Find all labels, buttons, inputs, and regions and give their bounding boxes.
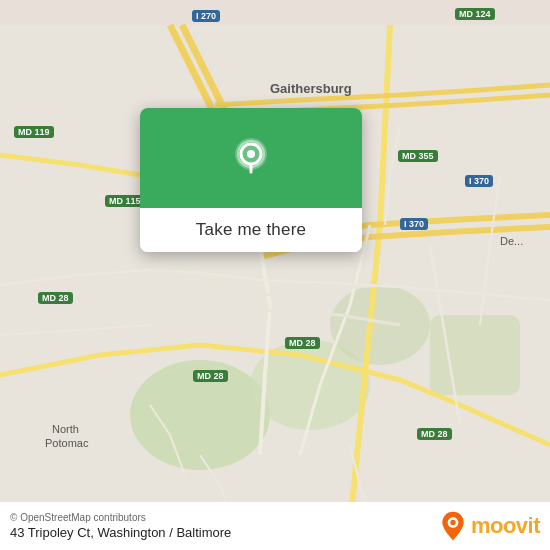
moovit-logo: moovit bbox=[439, 510, 540, 542]
moovit-pin-icon bbox=[439, 510, 467, 542]
address-text: 43 Tripoley Ct, Washington / Baltimore bbox=[10, 525, 231, 540]
svg-text:Gaithersburg: Gaithersburg bbox=[270, 81, 352, 96]
svg-point-11 bbox=[247, 150, 255, 158]
badge-i370-right: I 370 bbox=[465, 175, 493, 187]
badge-md28-right: MD 28 bbox=[417, 428, 452, 440]
badge-md28-center: MD 28 bbox=[285, 337, 320, 349]
map-container: Gaithersburg North Potomac De... I 270 M… bbox=[0, 0, 550, 550]
badge-md119: MD 119 bbox=[14, 126, 54, 138]
svg-point-3 bbox=[330, 285, 430, 365]
svg-point-14 bbox=[450, 520, 455, 525]
map-background: Gaithersburg North Potomac De... bbox=[0, 0, 550, 550]
popup-card: Take me there bbox=[140, 108, 362, 252]
bottom-bar: © OpenStreetMap contributors 43 Tripoley… bbox=[0, 502, 550, 550]
badge-md124: MD 124 bbox=[455, 8, 495, 20]
copyright-text: © OpenStreetMap contributors bbox=[10, 512, 231, 523]
badge-md355: MD 355 bbox=[398, 150, 438, 162]
moovit-text-label: moovit bbox=[471, 513, 540, 539]
svg-text:Potomac: Potomac bbox=[45, 437, 89, 449]
take-me-there-button[interactable]: Take me there bbox=[140, 208, 362, 252]
svg-text:North: North bbox=[52, 423, 79, 435]
location-pin-icon bbox=[227, 134, 275, 182]
bottom-info: © OpenStreetMap contributors 43 Tripoley… bbox=[10, 512, 231, 540]
svg-text:De...: De... bbox=[500, 235, 523, 247]
popup-green-area bbox=[140, 108, 362, 208]
badge-i270: I 270 bbox=[192, 10, 220, 22]
badge-md28-left: MD 28 bbox=[38, 292, 73, 304]
badge-md115-left: MD 115 bbox=[105, 195, 145, 207]
badge-md28-mid: MD 28 bbox=[193, 370, 228, 382]
badge-i370-mid: I 370 bbox=[400, 218, 428, 230]
